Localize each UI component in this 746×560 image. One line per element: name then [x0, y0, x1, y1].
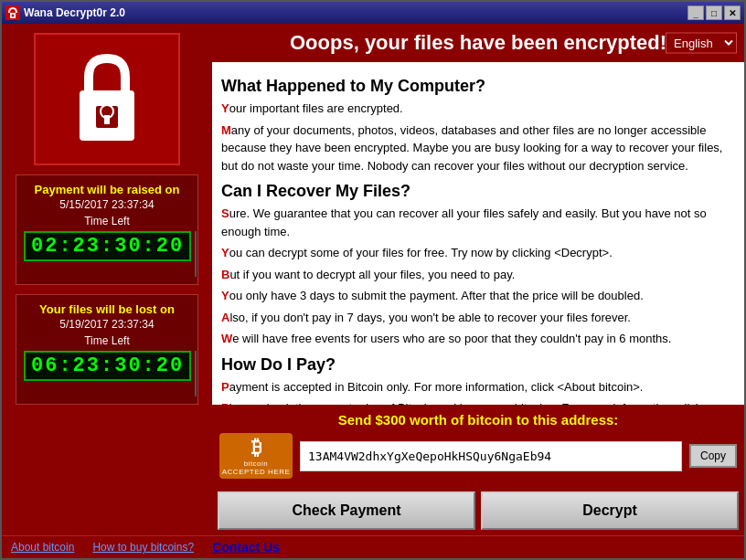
copy-button[interactable]: Copy [689, 444, 737, 468]
bitcoin-logo: ₿ bitcoinACCEPTED HERE [219, 433, 293, 479]
timer-progress-bar-1 [195, 231, 197, 277]
about-bitcoin-link[interactable]: About bitcoin [11, 541, 74, 554]
action-buttons-area: Check Payment Decrypt [212, 486, 744, 535]
bitcoin-symbol: ₿ [251, 436, 261, 460]
how-to-buy-link[interactable]: How to buy bitcoins? [92, 541, 194, 554]
timer-wrapper-1: 02:23:30:20 [24, 231, 190, 277]
decrypt-button[interactable]: Decrypt [481, 491, 739, 530]
section1-heading: What Happened to My Computer? [221, 77, 735, 96]
content-p9: Payment is accepted in Bitcoin only. For… [221, 378, 735, 396]
raise-label-1: Payment will be raised on [24, 183, 190, 196]
bitcoin-header: Send $300 worth of bitcoin to this addre… [219, 412, 737, 428]
date-label-1: 5/15/2017 23:37:34 [24, 198, 190, 211]
close-button[interactable]: ✕ [724, 5, 741, 20]
main-content: Payment will be raised on 5/15/2017 23:3… [2, 24, 744, 535]
time-left-label-1: Time Left [24, 215, 190, 227]
bitcoin-row: ₿ bitcoinACCEPTED HERE 13AM4VW2dhxYgXeQe… [219, 433, 737, 479]
timer-progress-bar-2 [195, 351, 197, 396]
content-p4: You can decrypt some of your files for f… [221, 244, 735, 262]
main-window: Wana Decrypt0r 2.0 _ □ ✕ Paym [0, 0, 746, 560]
content-p6: You only have 3 days to submit the payme… [221, 287, 735, 305]
left-panel: Payment will be raised on 5/15/2017 23:3… [2, 24, 212, 535]
content-area[interactable]: What Happened to My Computer? Your impor… [212, 62, 744, 405]
bitcoin-address: 13AM4VW2dhxYgXeQepoHkHSQuy6NgaEb94 [300, 441, 682, 471]
content-p2: Many of your documents, photos, videos, … [221, 122, 735, 175]
timer-digits-2: 06:23:30:20 [24, 351, 191, 381]
language-dropdown[interactable]: English Chinese Spanish French German Ru… [666, 33, 737, 54]
language-select[interactable]: English Chinese Spanish French German Ru… [666, 33, 737, 54]
right-panel: Ooops, your files have been encrypted! E… [212, 24, 744, 535]
content-p3: Sure. We guarantee that you can recover … [221, 205, 735, 240]
window-title: Wana Decrypt0r 2.0 [24, 6, 125, 19]
timer-digits-1: 02:23:30:20 [24, 231, 191, 261]
time-left-label-2: Time Left [24, 334, 190, 347]
svg-point-2 [12, 15, 15, 17]
contact-us-link[interactable]: Contact Us [212, 540, 280, 555]
raise-label-2: Your files will be lost on [24, 302, 190, 316]
svg-rect-6 [104, 115, 110, 124]
app-icon [5, 5, 20, 20]
date-label-2: 5/19/2017 23:37:34 [24, 318, 190, 331]
section3-heading: How Do I Pay? [221, 355, 735, 375]
bitcoin-area: Send $300 worth of bitcoin to this addre… [212, 405, 744, 486]
right-header: Ooops, your files have been encrypted! E… [212, 24, 744, 62]
bitcoin-logo-text: bitcoinACCEPTED HERE [222, 460, 291, 476]
minimize-button[interactable]: _ [687, 5, 704, 20]
header-title: Ooops, your files have been encrypted! [290, 31, 666, 55]
title-bar: Wana Decrypt0r 2.0 _ □ ✕ [2, 2, 744, 24]
section2-heading: Can I Recover My Files? [221, 182, 735, 201]
lock-icon [61, 49, 153, 150]
title-bar-buttons: _ □ ✕ [687, 5, 741, 20]
bottom-bar: About bitcoin How to buy bitcoins? Conta… [2, 535, 744, 558]
content-p8: We will have free events for users who a… [221, 330, 735, 348]
content-p5: But if you want to decrypt all your file… [221, 266, 735, 284]
content-p1: Your important files are encrypted. [221, 100, 735, 118]
content-p7: Also, if you don't pay in 7 days, you wo… [221, 309, 735, 327]
title-bar-left: Wana Decrypt0r 2.0 [5, 5, 125, 20]
maximize-button[interactable]: □ [706, 5, 722, 20]
check-payment-button[interactable]: Check Payment [218, 491, 475, 530]
timer-wrapper-2: 06:23:30:20 [24, 351, 190, 396]
timer-box-2: Your files will be lost on 5/19/2017 23:… [16, 294, 198, 405]
lock-image [34, 33, 180, 165]
timer-box-1: Payment will be raised on 5/15/2017 23:3… [16, 174, 198, 285]
